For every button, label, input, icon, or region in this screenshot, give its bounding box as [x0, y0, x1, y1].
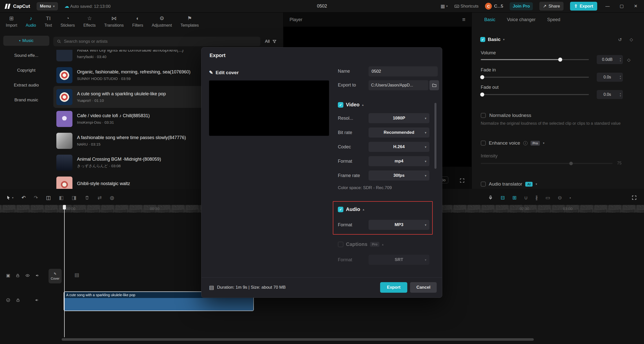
- resolution-dropdown[interactable]: 1080P ▾: [369, 113, 429, 123]
- select-tool-button[interactable]: ▾: [6, 195, 14, 200]
- fade-out-slider[interactable]: [481, 94, 589, 95]
- dialog-scrollbar[interactable]: [434, 103, 436, 169]
- tab-effects[interactable]: ☆ Effects: [79, 16, 100, 28]
- volume-slider[interactable]: [481, 59, 589, 60]
- mask-button[interactable]: ◍: [110, 195, 114, 201]
- tab-text[interactable]: TI Text: [40, 16, 56, 28]
- lock-icon[interactable]: [16, 298, 20, 302]
- delete-button[interactable]: [85, 195, 90, 200]
- fullscreen-icon[interactable]: [459, 178, 465, 183]
- export-path-field[interactable]: C:/Users/Jason/AppD...: [369, 80, 428, 90]
- cover-preview[interactable]: [209, 80, 329, 136]
- fit-timeline-icon[interactable]: [631, 195, 637, 200]
- export-button-top[interactable]: ⇧ Export: [570, 2, 597, 11]
- video-checkbox[interactable]: ✓: [338, 102, 343, 108]
- tab-filters[interactable]: ◐ Filters: [128, 16, 148, 28]
- filter-all-dropdown[interactable]: All: [265, 39, 277, 44]
- audio-format-dropdown[interactable]: MP3 ▾: [369, 220, 429, 230]
- mirror-button[interactable]: ⇄: [98, 195, 102, 201]
- fade-out-value-box[interactable]: 0.0s ▴▾: [597, 90, 623, 99]
- delete-right-button[interactable]: ◨: [72, 195, 76, 201]
- enhance-voice-checkbox[interactable]: [481, 141, 486, 146]
- undo-button[interactable]: ↶: [22, 195, 26, 201]
- audio-translator-checkbox[interactable]: [481, 182, 486, 187]
- format-dropdown[interactable]: mp4 ▾: [369, 156, 429, 166]
- redo-button[interactable]: ↷: [34, 195, 38, 201]
- close-button[interactable]: ✕: [632, 4, 639, 9]
- tab-stickers[interactable]: ◔ Stickers: [56, 16, 79, 28]
- tab-speed[interactable]: Speed: [547, 17, 560, 22]
- basic-checkbox[interactable]: ✓: [480, 37, 485, 42]
- chevron-icon[interactable]: ▾: [503, 38, 505, 41]
- chevron-icon[interactable]: ▾: [536, 182, 537, 186]
- preview-frame-icon[interactable]: ▭: [545, 195, 550, 201]
- cover-button[interactable]: ✎ Cover: [49, 269, 62, 283]
- captions-checkbox[interactable]: [338, 242, 343, 247]
- minimize-button[interactable]: —: [604, 4, 611, 9]
- stepper-icons[interactable]: ▴▾: [618, 92, 623, 97]
- tab-import[interactable]: ⊞ Import: [2, 16, 21, 28]
- account-button[interactable]: C C...5: [485, 3, 503, 10]
- collapse-icon[interactable]: ▴: [362, 103, 364, 107]
- volume-value-box[interactable]: 0.0dB ▴▾: [597, 55, 623, 64]
- tab-basic[interactable]: Basic: [484, 17, 495, 22]
- sidebar-item-copyright[interactable]: Copyright: [3, 65, 49, 75]
- mute-icon[interactable]: [35, 273, 39, 278]
- eye-icon[interactable]: [25, 273, 30, 278]
- horizontal-scrollbar[interactable]: [62, 338, 534, 341]
- snapping-icon[interactable]: ∪: [524, 195, 528, 201]
- reset-icon[interactable]: ↺: [618, 37, 622, 42]
- chevron-icon[interactable]: ▾: [543, 141, 544, 145]
- sidebar-item-sound-effects[interactable]: Sound effe...: [3, 51, 49, 61]
- fade-in-knob[interactable]: [480, 75, 484, 79]
- record-voiceover-button[interactable]: [488, 195, 493, 200]
- shortcuts-button[interactable]: Shortcuts: [454, 4, 479, 9]
- maximize-button[interactable]: ▢: [618, 4, 625, 9]
- export-confirm-button[interactable]: Export: [380, 282, 407, 293]
- tab-adjustment[interactable]: ⚙ Adjustment: [147, 16, 176, 28]
- sidebar-item-music[interactable]: • Music: [3, 36, 49, 46]
- share-button[interactable]: ↗ Share: [539, 2, 564, 11]
- link-clips-icon[interactable]: ∦: [535, 195, 538, 201]
- tab-transitions[interactable]: ⋈ Transitions: [100, 16, 128, 28]
- normalize-checkbox[interactable]: [481, 113, 486, 118]
- volume-slider-knob[interactable]: [558, 58, 562, 62]
- join-pro-button[interactable]: Join Pro: [510, 2, 533, 10]
- tab-templates[interactable]: ⚑ Templates: [176, 16, 203, 28]
- collapse-icon[interactable]: ▴: [363, 207, 365, 211]
- tab-audio[interactable]: ♪ Audio: [21, 16, 40, 28]
- track-view-toggle-icon[interactable]: ⊟: [501, 195, 505, 201]
- track-enabled-icon[interactable]: [6, 298, 10, 302]
- fade-in-slider[interactable]: [481, 77, 589, 78]
- menu-button[interactable]: Menu ▾: [37, 2, 58, 10]
- bitrate-dropdown[interactable]: Recommended ▾: [369, 127, 429, 138]
- keyframe-diamond-icon[interactable]: ◇: [627, 57, 630, 63]
- preview-axis-toggle-icon[interactable]: ⊞: [512, 195, 517, 201]
- split-button[interactable]: ◫: [46, 195, 51, 201]
- cancel-button[interactable]: Cancel: [410, 282, 437, 293]
- filter-funnel-icon: [272, 39, 277, 44]
- stepper-icons[interactable]: ▴▾: [618, 75, 623, 79]
- zoom-out-icon[interactable]: ⊖: [558, 195, 562, 201]
- zoom-slider-handle[interactable]: ●: [570, 196, 571, 199]
- search-input[interactable]: [64, 39, 257, 44]
- sidebar-item-brand-music[interactable]: Brand music: [3, 95, 49, 105]
- codec-dropdown[interactable]: H.264 ▾: [369, 142, 429, 152]
- keyframe-diamond-icon[interactable]: ◇: [630, 37, 633, 42]
- audio-checkbox[interactable]: ✓: [338, 207, 343, 212]
- browse-folder-button[interactable]: [429, 80, 439, 90]
- delete-left-button[interactable]: ◧: [59, 195, 64, 201]
- lock-icon[interactable]: [16, 273, 20, 278]
- tab-voice-changer[interactable]: Voice changer: [507, 17, 536, 22]
- export-name-field[interactable]: [369, 66, 438, 76]
- playhead[interactable]: [64, 205, 65, 337]
- sidebar-item-extract-audio[interactable]: Extract audio: [3, 80, 49, 90]
- fade-in-value-box[interactable]: 0.0s ▴▾: [597, 73, 623, 82]
- framerate-dropdown[interactable]: 30fps ▾: [369, 170, 429, 181]
- layout-switch-button[interactable]: ▦ ▾: [440, 3, 448, 9]
- edit-cover-button[interactable]: ✎ Edit cover: [209, 70, 239, 75]
- fade-out-knob[interactable]: [480, 93, 484, 97]
- player-menu-icon[interactable]: ≡: [462, 16, 465, 23]
- stepper-icons[interactable]: ▴▾: [618, 57, 623, 62]
- mute-icon[interactable]: [35, 298, 39, 302]
